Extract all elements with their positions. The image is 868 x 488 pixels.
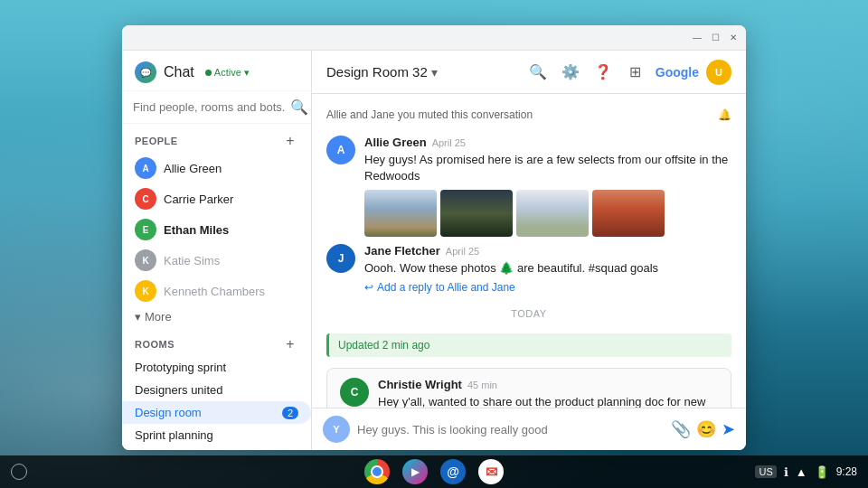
mute-icon[interactable]: 🔔 <box>718 108 731 121</box>
avatar: C <box>340 378 369 407</box>
sidebar-item-design-room[interactable]: Design room 2 <box>122 401 311 424</box>
reply-icon: ↩ <box>364 281 373 294</box>
people-section-header: PEOPLE + <box>122 124 311 153</box>
app-body: 💬 Chat Active ▾ 🔍 PEOPLE + A Alli <box>122 51 746 450</box>
chrome-button[interactable] <box>364 459 390 484</box>
more-label: More <box>145 310 172 324</box>
sidebar-item-alpha-notes[interactable]: Alpha notes <box>122 446 311 450</box>
send-icon[interactable]: ➤ <box>722 419 735 439</box>
search-button[interactable]: 🔍 <box>525 60 551 85</box>
message-body: Allie Green April 25 Hey guys! As promis… <box>364 136 731 237</box>
rooms-section-header: ROOMS + <box>122 327 311 356</box>
taskbar: ▶ @ ✉ US ℹ ▲ 🔋 9:28 <box>0 455 868 488</box>
apps-button[interactable]: ⊞ <box>623 60 648 85</box>
close-button[interactable]: ✕ <box>728 33 739 43</box>
sidebar-item-carrie-parker[interactable]: C Carrie Parker <box>122 183 311 214</box>
chat-logo: 💬 <box>135 61 156 83</box>
room-name: Sprint planning <box>135 428 213 442</box>
chevron-down-icon[interactable]: ▾ <box>431 65 438 80</box>
sidebar-header: 💬 Chat Active ▾ <box>122 51 311 91</box>
launcher-button[interactable] <box>11 464 27 480</box>
emoji-icon[interactable]: 😊 <box>696 419 716 439</box>
input-user-avatar: Y <box>323 416 350 443</box>
chat-header: Design Room 32 ▾ 🔍 ⚙️ ❓ ⊞ Google U <box>312 51 746 94</box>
updated-banner: Updated 2 min ago <box>326 333 731 357</box>
clock: 9:28 <box>836 465 857 478</box>
sidebar: 💬 Chat Active ▾ 🔍 PEOPLE + A Alli <box>122 51 312 450</box>
sidebar-search: 🔍 <box>122 91 311 124</box>
person-name: Katie Sims <box>164 254 220 267</box>
today-divider: TODAY <box>326 301 731 326</box>
message-time: April 25 <box>432 137 466 148</box>
person-name: Ethan Miles <box>164 223 229 237</box>
sender-name: Christie Wright <box>378 378 462 391</box>
input-icons: 📎 😊 ➤ <box>671 419 735 439</box>
sidebar-item-designers-united[interactable]: Designers united <box>122 379 311 401</box>
search-icon[interactable]: 🔍 <box>290 99 308 116</box>
status-label: Active <box>214 67 241 78</box>
avatar: A <box>135 157 156 179</box>
room-name: Prototyping sprint <box>135 361 226 374</box>
attach-icon[interactable]: 📎 <box>671 419 691 439</box>
rooms-label: ROOMS <box>135 339 175 350</box>
chevron-down-icon: ▾ <box>135 310 141 324</box>
room-title: Design Room 32 ▾ <box>326 64 438 80</box>
add-room-button[interactable]: + <box>282 336 298 352</box>
sidebar-item-ethan-miles[interactable]: E Ethan Miles <box>122 214 311 245</box>
app-title: Chat <box>164 64 194 80</box>
message-jane: J Jane Fletcher April 25 Oooh. Wow these… <box>326 244 731 293</box>
photo-thumb <box>592 190 665 237</box>
header-actions: 🔍 ⚙️ ❓ ⊞ Google U <box>525 60 731 85</box>
muted-text: Allie and Jane you muted this conversati… <box>326 108 533 121</box>
google-logo: Google <box>656 65 699 80</box>
message-time: April 25 <box>446 246 479 257</box>
window-titlebar: — ☐ ✕ <box>122 25 746 51</box>
room-name-text: Design Room 32 <box>326 64 428 80</box>
muted-notice: Allie and Jane you muted this conversati… <box>326 105 731 128</box>
add-reply-button[interactable]: ↩ Add a reply to Allie and Jane <box>364 281 731 294</box>
chevron-down-icon: ▾ <box>244 67 250 79</box>
message-meta: Allie Green April 25 <box>364 136 731 149</box>
settings-button[interactable]: ⚙️ <box>558 60 583 85</box>
search-input[interactable] <box>133 100 285 114</box>
message-text: Oooh. Wow these photos 🌲 are beautiful. … <box>364 260 731 277</box>
wifi-icon: ▲ <box>796 465 807 479</box>
sidebar-item-allie-green[interactable]: A Allie Green <box>122 153 311 183</box>
today-label: TODAY <box>511 308 546 319</box>
help-button[interactable]: ❓ <box>590 60 616 85</box>
message-meta: Jane Fletcher April 25 <box>364 244 731 258</box>
sidebar-item-katie-sims[interactable]: K Katie Sims <box>122 245 311 276</box>
play-store-button[interactable]: ▶ <box>402 459 428 484</box>
avatar: J <box>326 244 355 273</box>
person-name: Carrie Parker <box>164 192 233 206</box>
message-body: Jane Fletcher April 25 Oooh. Wow these p… <box>364 244 731 293</box>
reply-to-text: to Allie and Jane <box>436 281 515 294</box>
info-icon: ℹ <box>784 465 788 479</box>
gmail-button[interactable]: ✉ <box>478 459 504 484</box>
add-person-button[interactable]: + <box>282 133 298 149</box>
message-meta: Christie Wright 45 min <box>378 378 718 391</box>
minimize-button[interactable]: — <box>692 33 703 43</box>
avatar: E <box>135 219 156 240</box>
taskbar-right: US ℹ ▲ 🔋 9:28 <box>755 465 857 479</box>
region-badge: US <box>755 465 776 478</box>
person-name: Allie Green <box>164 162 222 175</box>
maximize-button[interactable]: ☐ <box>710 33 721 43</box>
sender-name: Allie Green <box>364 136 427 149</box>
message-christie: C Christie Wright 45 min Hey y'all, want… <box>340 378 718 408</box>
app-window: — ☐ ✕ 💬 Chat Active ▾ 🔍 <box>122 25 746 450</box>
taskbar-left <box>11 464 27 480</box>
message-input[interactable] <box>357 423 664 436</box>
sidebar-item-prototyping-sprint[interactable]: Prototyping sprint <box>122 356 311 379</box>
message-text: Hey y'all, wanted to share out the produ… <box>378 394 718 408</box>
people-more-button[interactable]: ▾ More <box>122 306 311 327</box>
message-time: 45 min <box>467 380 497 390</box>
at-button[interactable]: @ <box>440 459 466 484</box>
photo-thumb <box>516 190 589 237</box>
sidebar-item-kenneth-chambers[interactable]: K Kenneth Chambers <box>122 276 311 306</box>
taskbar-center: ▶ @ ✉ <box>364 459 504 484</box>
sidebar-item-sprint-planning[interactable]: Sprint planning <box>122 424 311 446</box>
user-avatar[interactable]: U <box>706 60 731 85</box>
today-messages-section: C Christie Wright 45 min Hey y'all, want… <box>326 368 731 408</box>
photo-grid <box>364 190 731 237</box>
